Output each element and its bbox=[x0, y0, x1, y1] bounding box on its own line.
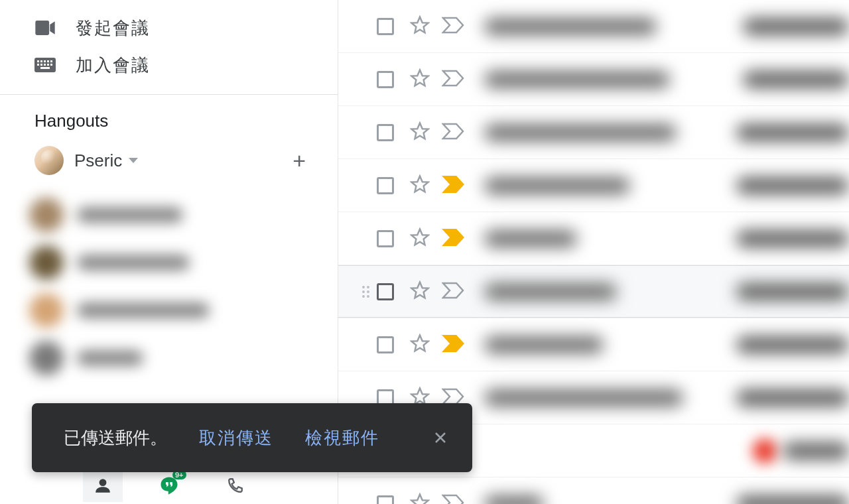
star-icon[interactable] bbox=[410, 15, 430, 38]
mail-sender bbox=[484, 336, 604, 353]
mail-sender bbox=[484, 389, 683, 407]
svg-rect-4 bbox=[44, 60, 46, 62]
svg-rect-12 bbox=[40, 67, 50, 69]
meet-join-meeting[interactable]: 加入會議 bbox=[0, 46, 338, 84]
hangouts-contact[interactable] bbox=[29, 239, 338, 286]
mail-row[interactable] bbox=[338, 477, 849, 504]
hangouts-contact[interactable] bbox=[29, 191, 338, 239]
svg-rect-2 bbox=[37, 60, 39, 62]
mail-sender bbox=[484, 71, 670, 88]
avatar bbox=[34, 146, 64, 175]
mail-subject bbox=[743, 71, 849, 88]
svg-rect-7 bbox=[37, 64, 39, 66]
importance-marker-icon[interactable] bbox=[442, 70, 464, 90]
video-icon bbox=[33, 16, 57, 40]
mail-sender bbox=[484, 230, 577, 247]
star-icon[interactable] bbox=[410, 281, 430, 303]
select-checkbox[interactable] bbox=[377, 230, 394, 247]
meet-start-meeting[interactable]: 發起會議 bbox=[0, 9, 338, 46]
meet-join-label: 加入會議 bbox=[76, 54, 150, 77]
mail-subject bbox=[743, 18, 849, 35]
hangouts-contact[interactable] bbox=[29, 286, 338, 334]
star-icon[interactable] bbox=[410, 493, 430, 505]
select-checkbox[interactable] bbox=[377, 71, 394, 88]
hangouts-username: Pseric bbox=[74, 151, 122, 171]
mail-sender bbox=[484, 495, 544, 505]
contact-avatar bbox=[29, 198, 64, 232]
tab-calls[interactable] bbox=[216, 469, 255, 502]
mail-subject bbox=[736, 283, 849, 300]
importance-marker-icon[interactable] bbox=[442, 494, 464, 505]
mail-sender bbox=[484, 283, 617, 300]
contact-avatar bbox=[29, 341, 64, 375]
keyboard-icon bbox=[33, 53, 57, 77]
importance-marker-icon[interactable] bbox=[442, 282, 464, 302]
mail-subject bbox=[736, 230, 849, 247]
hangouts-contact-list bbox=[0, 191, 338, 382]
star-icon[interactable] bbox=[410, 68, 430, 91]
mail-subject bbox=[736, 124, 849, 141]
hangouts-user[interactable]: Pseric bbox=[34, 146, 138, 175]
importance-marker-icon[interactable] bbox=[442, 123, 464, 143]
mail-row[interactable] bbox=[338, 53, 849, 106]
mail-row[interactable] bbox=[338, 265, 849, 318]
mail-row[interactable] bbox=[338, 0, 849, 53]
star-icon[interactable] bbox=[410, 334, 430, 356]
mail-subject bbox=[736, 336, 849, 353]
meet-start-label: 發起會議 bbox=[76, 17, 150, 40]
select-checkbox[interactable] bbox=[377, 336, 394, 353]
svg-rect-8 bbox=[40, 64, 42, 66]
drag-handle-icon[interactable] bbox=[362, 286, 373, 298]
contact-name bbox=[77, 350, 143, 366]
mail-subject bbox=[783, 442, 849, 460]
undo-send-button[interactable]: 取消傳送 bbox=[199, 426, 273, 450]
toast-message: 已傳送郵件。 bbox=[64, 426, 167, 450]
sent-toast: 已傳送郵件。 取消傳送 檢視郵件 bbox=[32, 403, 472, 472]
contact-name bbox=[77, 302, 210, 318]
hangouts-contact[interactable] bbox=[29, 334, 338, 382]
star-icon[interactable] bbox=[410, 227, 430, 250]
new-conversation-button[interactable]: + bbox=[293, 149, 306, 172]
svg-rect-9 bbox=[44, 64, 46, 66]
importance-marker-icon[interactable] bbox=[442, 229, 464, 249]
svg-rect-10 bbox=[47, 64, 49, 66]
tab-hangouts[interactable]: 9+ bbox=[149, 469, 189, 502]
view-message-button[interactable]: 檢視郵件 bbox=[305, 426, 379, 450]
select-checkbox[interactable] bbox=[377, 18, 394, 35]
chevron-down-icon bbox=[129, 158, 138, 163]
importance-marker-icon[interactable] bbox=[442, 176, 464, 196]
select-checkbox[interactable] bbox=[377, 124, 394, 141]
hangouts-title: Hangouts bbox=[34, 111, 306, 131]
mail-row[interactable] bbox=[338, 106, 849, 159]
contact-name bbox=[77, 255, 190, 271]
mail-row[interactable] bbox=[338, 318, 849, 371]
mail-subject bbox=[736, 495, 849, 505]
select-checkbox[interactable] bbox=[377, 177, 394, 194]
close-toast-button[interactable] bbox=[427, 424, 454, 451]
select-checkbox[interactable] bbox=[377, 495, 394, 505]
mail-subject bbox=[736, 389, 849, 407]
svg-rect-11 bbox=[50, 64, 52, 66]
svg-rect-5 bbox=[47, 60, 49, 62]
svg-rect-6 bbox=[50, 60, 52, 62]
contact-name bbox=[77, 207, 183, 223]
label-dot bbox=[752, 438, 777, 464]
importance-marker-icon[interactable] bbox=[442, 335, 464, 355]
contact-avatar bbox=[29, 293, 64, 328]
mail-sender bbox=[484, 124, 677, 141]
star-icon[interactable] bbox=[410, 174, 430, 197]
hangouts-bottom-tabs: 9+ bbox=[0, 467, 338, 504]
mail-sender bbox=[484, 177, 630, 194]
mail-sender bbox=[484, 18, 657, 35]
mail-row[interactable] bbox=[338, 159, 849, 212]
mail-subject bbox=[736, 177, 849, 194]
svg-point-13 bbox=[99, 479, 106, 486]
star-icon[interactable] bbox=[410, 121, 430, 144]
tab-contacts[interactable] bbox=[83, 469, 123, 502]
select-checkbox[interactable] bbox=[377, 283, 394, 300]
mail-row[interactable] bbox=[338, 212, 849, 265]
importance-marker-icon[interactable] bbox=[442, 17, 464, 36]
contact-avatar bbox=[29, 245, 64, 280]
svg-rect-0 bbox=[35, 21, 49, 35]
svg-rect-3 bbox=[40, 60, 42, 62]
